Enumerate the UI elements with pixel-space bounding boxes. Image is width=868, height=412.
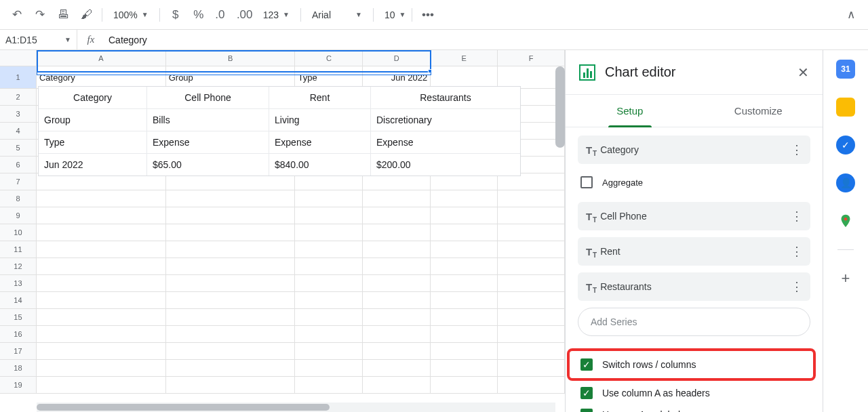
cell[interactable] (295, 258, 363, 275)
cell[interactable] (431, 377, 498, 394)
use-col-a-checkbox[interactable]: ✓ (580, 387, 593, 399)
cell[interactable] (37, 258, 166, 275)
more-icon[interactable]: ⋮ (791, 146, 802, 153)
cell[interactable] (37, 309, 166, 326)
cell[interactable] (37, 343, 166, 360)
cell[interactable] (498, 326, 565, 343)
cell[interactable] (166, 326, 296, 343)
col-header-F[interactable]: F (498, 50, 565, 66)
row-header[interactable]: 14 (0, 292, 37, 309)
row-header[interactable]: 15 (0, 309, 37, 326)
more-icon[interactable]: ⋮ (791, 213, 802, 220)
redo-button[interactable]: ↷ (30, 5, 50, 25)
cell[interactable] (363, 258, 431, 275)
use-row-1-checkbox[interactable]: ✓ (580, 409, 593, 412)
contacts-icon[interactable]: 👤 (836, 173, 855, 192)
cell[interactable] (431, 190, 498, 207)
cell[interactable] (498, 258, 565, 275)
row-header[interactable]: 19 (0, 377, 37, 394)
horizontal-scrollbar-thumb[interactable] (37, 404, 330, 411)
cell[interactable] (431, 258, 498, 275)
cell[interactable] (37, 326, 166, 343)
cell[interactable] (498, 377, 565, 394)
cell[interactable] (37, 207, 166, 224)
cell[interactable] (295, 377, 363, 394)
cell[interactable] (363, 343, 431, 360)
cell[interactable] (498, 190, 565, 207)
cell[interactable] (498, 224, 565, 241)
col-header-E[interactable]: E (431, 50, 498, 66)
cell[interactable] (37, 190, 166, 207)
cell[interactable] (363, 326, 431, 343)
cell[interactable] (37, 275, 166, 292)
cell[interactable] (363, 190, 431, 207)
more-icon[interactable]: ⋮ (791, 283, 802, 290)
more-icon[interactable]: ⋮ (791, 248, 802, 255)
row-header[interactable]: 4 (0, 123, 37, 140)
cell[interactable] (363, 224, 431, 241)
row-header[interactable]: 17 (0, 343, 37, 360)
font-size-dropdown[interactable]: 10▼ (379, 5, 406, 25)
cell[interactable] (431, 309, 498, 326)
col-header-D[interactable]: D (363, 50, 431, 66)
cell[interactable] (431, 343, 498, 360)
row-header[interactable]: 18 (0, 360, 37, 377)
zoom-dropdown[interactable]: 100%▼ (108, 5, 154, 25)
cell[interactable] (37, 224, 166, 241)
row-header[interactable]: 3 (0, 106, 37, 123)
tab-setup[interactable]: Setup (566, 95, 694, 127)
cell[interactable] (431, 224, 498, 241)
cell[interactable] (295, 309, 363, 326)
undo-button[interactable]: ↶ (7, 5, 27, 25)
row-header[interactable]: 9 (0, 207, 37, 224)
col-header-B[interactable]: B (166, 50, 296, 66)
row-header[interactable]: 13 (0, 275, 37, 292)
calendar-icon[interactable]: 31 (836, 60, 855, 79)
cell[interactable] (166, 190, 296, 207)
format-currency-button[interactable]: $ (165, 5, 186, 25)
more-toolbar-button[interactable]: ••• (418, 5, 438, 25)
cell[interactable] (498, 360, 565, 377)
cell[interactable] (166, 360, 296, 377)
spreadsheet-grid[interactable]: A B C D E F 1CategoryGroupTypeJun 202223… (0, 50, 566, 412)
row-header[interactable]: 7 (0, 173, 37, 190)
cell[interactable] (166, 275, 296, 292)
cell[interactable] (498, 309, 565, 326)
cell[interactable] (363, 309, 431, 326)
cell[interactable] (295, 224, 363, 241)
collapse-toolbar-button[interactable]: ∧ (841, 5, 861, 25)
cell[interactable] (166, 292, 296, 309)
row-header[interactable]: 1 (0, 66, 37, 89)
cell[interactable] (431, 326, 498, 343)
row-header[interactable]: 12 (0, 258, 37, 275)
series-chip[interactable]: T Rent ⋮ (578, 237, 810, 266)
tasks-icon[interactable]: ✓ (836, 136, 855, 154)
close-button[interactable]: ✕ (797, 64, 809, 81)
switch-rows-cols-checkbox[interactable]: ✓ (580, 358, 593, 371)
cell[interactable] (498, 275, 565, 292)
cell[interactable] (295, 343, 363, 360)
maps-icon[interactable] (836, 211, 855, 230)
cell[interactable] (363, 360, 431, 377)
cell[interactable] (295, 207, 363, 224)
row-header[interactable]: 10 (0, 224, 37, 241)
cell[interactable] (431, 241, 498, 258)
increase-decimal-button[interactable]: .00 (235, 5, 255, 25)
cell[interactable] (431, 360, 498, 377)
cell[interactable] (295, 292, 363, 309)
cell[interactable] (166, 258, 296, 275)
cell[interactable] (431, 207, 498, 224)
chart-object[interactable]: Category Cell Phone Rent Restaurants Gro… (38, 86, 521, 176)
cell[interactable] (166, 343, 296, 360)
cell[interactable] (295, 360, 363, 377)
cell[interactable] (363, 207, 431, 224)
cell[interactable] (363, 292, 431, 309)
cell[interactable] (431, 292, 498, 309)
cell[interactable] (498, 241, 565, 258)
xaxis-chip[interactable]: T Category ⋮ (578, 136, 810, 164)
cell[interactable] (37, 360, 166, 377)
cell[interactable] (363, 377, 431, 394)
paint-format-button[interactable]: 🖌 (76, 5, 96, 25)
row-header[interactable]: 6 (0, 157, 37, 173)
cell[interactable] (295, 326, 363, 343)
